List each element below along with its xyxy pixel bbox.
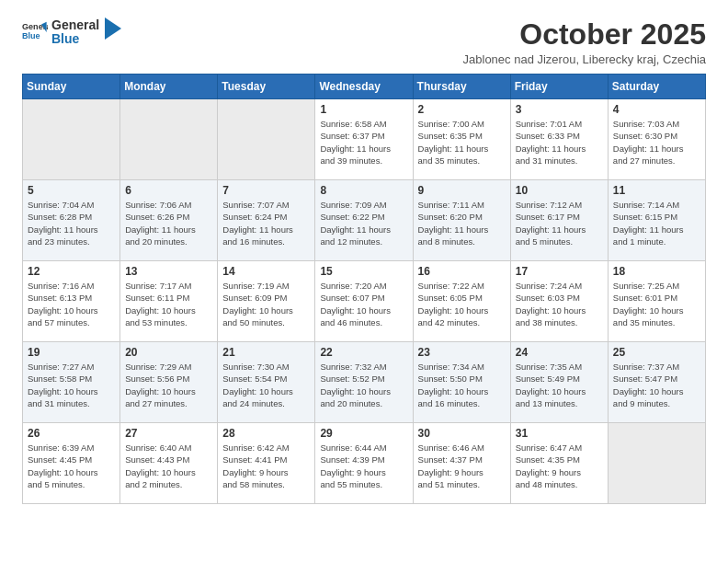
calendar-header-row: SundayMondayTuesdayWednesdayThursdayFrid… — [23, 75, 706, 99]
day-number: 17 — [516, 265, 603, 278]
day-info: Sunrise: 7:29 AM Sunset: 5:56 PM Dayligh… — [125, 361, 212, 409]
calendar-day-header: Monday — [120, 75, 218, 99]
logo-blue: Blue — [51, 32, 99, 46]
calendar-day-header: Tuesday — [218, 75, 315, 99]
day-number: 11 — [613, 184, 700, 197]
calendar-day-cell: 30Sunrise: 6:46 AM Sunset: 4:37 PM Dayli… — [413, 423, 510, 504]
day-number: 16 — [418, 265, 506, 278]
day-number: 19 — [28, 346, 115, 359]
calendar: SundayMondayTuesdayWednesdayThursdayFrid… — [22, 74, 706, 504]
calendar-day-cell: 28Sunrise: 6:42 AM Sunset: 4:41 PM Dayli… — [218, 423, 315, 504]
calendar-day-cell: 12Sunrise: 7:16 AM Sunset: 6:13 PM Dayli… — [23, 261, 120, 342]
day-number: 27 — [125, 427, 212, 440]
calendar-day-header: Wednesday — [315, 75, 413, 99]
day-info: Sunrise: 7:07 AM Sunset: 6:24 PM Dayligh… — [222, 199, 310, 247]
calendar-day-cell: 27Sunrise: 6:40 AM Sunset: 4:43 PM Dayli… — [120, 423, 218, 504]
day-number: 8 — [320, 184, 407, 197]
calendar-day-header: Thursday — [413, 75, 510, 99]
calendar-day-cell: 13Sunrise: 7:17 AM Sunset: 6:11 PM Dayli… — [120, 261, 218, 342]
calendar-day-cell — [23, 99, 120, 180]
day-info: Sunrise: 7:04 AM Sunset: 6:28 PM Dayligh… — [28, 199, 115, 247]
day-info: Sunrise: 7:20 AM Sunset: 6:07 PM Dayligh… — [320, 280, 407, 328]
day-info: Sunrise: 7:12 AM Sunset: 6:17 PM Dayligh… — [516, 199, 603, 247]
calendar-day-cell: 17Sunrise: 7:24 AM Sunset: 6:03 PM Dayli… — [510, 261, 608, 342]
calendar-day-cell: 25Sunrise: 7:37 AM Sunset: 5:47 PM Dayli… — [608, 342, 705, 423]
day-info: Sunrise: 7:03 AM Sunset: 6:30 PM Dayligh… — [613, 118, 700, 167]
day-number: 22 — [320, 346, 407, 359]
day-info: Sunrise: 6:47 AM Sunset: 4:35 PM Dayligh… — [516, 442, 603, 490]
calendar-week-row: 5Sunrise: 7:04 AM Sunset: 6:28 PM Daylig… — [23, 180, 706, 261]
calendar-day-cell: 2Sunrise: 7:00 AM Sunset: 6:35 PM Daylig… — [413, 99, 510, 180]
header: General Blue General Blue October 2025 J… — [22, 18, 706, 66]
calendar-day-cell: 21Sunrise: 7:30 AM Sunset: 5:54 PM Dayli… — [218, 342, 315, 423]
calendar-day-header: Friday — [510, 75, 608, 99]
calendar-week-row: 26Sunrise: 6:39 AM Sunset: 4:45 PM Dayli… — [23, 423, 706, 504]
calendar-day-cell: 26Sunrise: 6:39 AM Sunset: 4:45 PM Dayli… — [23, 423, 120, 504]
day-info: Sunrise: 7:37 AM Sunset: 5:47 PM Dayligh… — [613, 361, 700, 409]
calendar-day-cell: 23Sunrise: 7:34 AM Sunset: 5:50 PM Dayli… — [413, 342, 510, 423]
day-number: 30 — [418, 427, 506, 440]
calendar-day-cell: 29Sunrise: 6:44 AM Sunset: 4:39 PM Dayli… — [315, 423, 413, 504]
day-number: 31 — [516, 427, 603, 440]
day-info: Sunrise: 6:58 AM Sunset: 6:37 PM Dayligh… — [320, 118, 407, 167]
day-info: Sunrise: 7:17 AM Sunset: 6:11 PM Dayligh… — [125, 280, 212, 328]
svg-text:Blue: Blue — [22, 31, 40, 40]
day-info: Sunrise: 7:32 AM Sunset: 5:52 PM Dayligh… — [320, 361, 407, 409]
calendar-day-header: Sunday — [23, 75, 120, 99]
day-info: Sunrise: 7:27 AM Sunset: 5:58 PM Dayligh… — [28, 361, 115, 409]
calendar-day-cell: 3Sunrise: 7:01 AM Sunset: 6:33 PM Daylig… — [510, 99, 608, 180]
day-number: 5 — [28, 184, 115, 197]
day-number: 23 — [418, 346, 506, 359]
calendar-week-row: 1Sunrise: 6:58 AM Sunset: 6:37 PM Daylig… — [23, 99, 706, 180]
logo-icon: General Blue — [22, 19, 48, 45]
calendar-day-cell — [218, 99, 315, 180]
day-info: Sunrise: 6:44 AM Sunset: 4:39 PM Dayligh… — [320, 442, 407, 490]
day-info: Sunrise: 7:30 AM Sunset: 5:54 PM Dayligh… — [222, 361, 310, 409]
day-number: 7 — [222, 184, 310, 197]
day-number: 26 — [28, 427, 115, 440]
day-info: Sunrise: 7:35 AM Sunset: 5:49 PM Dayligh… — [516, 361, 603, 409]
calendar-day-cell: 1Sunrise: 6:58 AM Sunset: 6:37 PM Daylig… — [315, 99, 413, 180]
svg-marker-3 — [105, 17, 121, 40]
day-number: 10 — [516, 184, 603, 197]
calendar-day-cell — [120, 99, 218, 180]
calendar-day-cell: 19Sunrise: 7:27 AM Sunset: 5:58 PM Dayli… — [23, 342, 120, 423]
day-number: 14 — [222, 265, 310, 278]
calendar-day-cell: 20Sunrise: 7:29 AM Sunset: 5:56 PM Dayli… — [120, 342, 218, 423]
calendar-day-header: Saturday — [608, 75, 705, 99]
day-info: Sunrise: 7:19 AM Sunset: 6:09 PM Dayligh… — [222, 280, 310, 328]
day-number: 12 — [28, 265, 115, 278]
calendar-week-row: 12Sunrise: 7:16 AM Sunset: 6:13 PM Dayli… — [23, 261, 706, 342]
title-area: October 2025 Jablonec nad Jizerou, Liber… — [463, 18, 706, 66]
calendar-day-cell: 31Sunrise: 6:47 AM Sunset: 4:35 PM Dayli… — [510, 423, 608, 504]
location: Jablonec nad Jizerou, Liberecky kraj, Cz… — [463, 52, 706, 66]
day-number: 18 — [613, 265, 700, 278]
calendar-day-cell: 15Sunrise: 7:20 AM Sunset: 6:07 PM Dayli… — [315, 261, 413, 342]
day-info: Sunrise: 7:16 AM Sunset: 6:13 PM Dayligh… — [28, 280, 115, 328]
day-info: Sunrise: 7:14 AM Sunset: 6:15 PM Dayligh… — [613, 199, 700, 247]
day-info: Sunrise: 7:22 AM Sunset: 6:05 PM Dayligh… — [418, 280, 506, 328]
day-number: 24 — [516, 346, 603, 359]
day-info: Sunrise: 7:34 AM Sunset: 5:50 PM Dayligh… — [418, 361, 506, 409]
day-info: Sunrise: 6:40 AM Sunset: 4:43 PM Dayligh… — [125, 442, 212, 490]
day-number: 2 — [418, 103, 506, 116]
day-info: Sunrise: 6:39 AM Sunset: 4:45 PM Dayligh… — [28, 442, 115, 490]
month-title: October 2025 — [463, 18, 706, 51]
logo: General Blue General Blue — [22, 18, 121, 47]
calendar-day-cell: 22Sunrise: 7:32 AM Sunset: 5:52 PM Dayli… — [315, 342, 413, 423]
logo-arrow-icon — [105, 17, 121, 40]
day-number: 28 — [222, 427, 310, 440]
day-info: Sunrise: 7:24 AM Sunset: 6:03 PM Dayligh… — [516, 280, 603, 328]
day-number: 20 — [125, 346, 212, 359]
day-info: Sunrise: 6:46 AM Sunset: 4:37 PM Dayligh… — [418, 442, 506, 490]
day-number: 21 — [222, 346, 310, 359]
calendar-day-cell: 16Sunrise: 7:22 AM Sunset: 6:05 PM Dayli… — [413, 261, 510, 342]
calendar-day-cell: 11Sunrise: 7:14 AM Sunset: 6:15 PM Dayli… — [608, 180, 705, 261]
logo-general: General — [51, 18, 99, 32]
day-number: 3 — [516, 103, 603, 116]
day-number: 25 — [613, 346, 700, 359]
calendar-week-row: 19Sunrise: 7:27 AM Sunset: 5:58 PM Dayli… — [23, 342, 706, 423]
day-number: 4 — [613, 103, 700, 116]
calendar-day-cell: 8Sunrise: 7:09 AM Sunset: 6:22 PM Daylig… — [315, 180, 413, 261]
day-number: 29 — [320, 427, 407, 440]
